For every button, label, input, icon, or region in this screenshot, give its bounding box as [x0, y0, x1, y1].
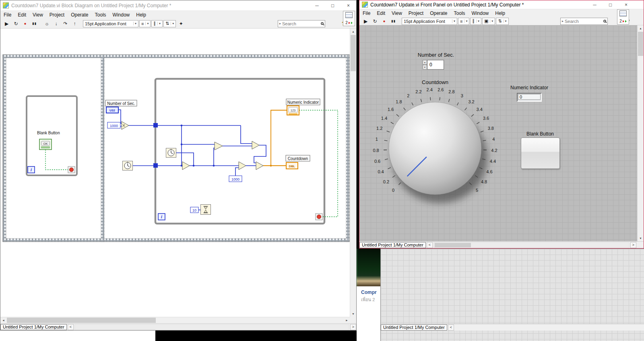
- maximize-button[interactable]: □: [325, 0, 341, 10]
- search-input[interactable]: [565, 19, 602, 24]
- blank-button-label[interactable]: Blank Button: [508, 131, 572, 137]
- menu-tools[interactable]: Tools: [451, 10, 469, 17]
- tab-nav-left-button[interactable]: <: [427, 242, 433, 248]
- numeric-constant-10[interactable]: 10: [190, 207, 198, 213]
- bd-project-tab[interactable]: Untitled Project 1/My Computer: [0, 324, 67, 330]
- menu-project[interactable]: Project: [405, 10, 427, 17]
- background-front-panel-window[interactable]: Untitled Project 1/My Computer <: [380, 249, 644, 341]
- fp-titlebar[interactable]: Countdown7 Update.vi Front Panel on Unti…: [359, 0, 644, 9]
- run-button[interactable]: ▶: [361, 17, 370, 25]
- increment-button[interactable]: ▲: [423, 60, 427, 65]
- step-over-button[interactable]: ↷: [61, 20, 70, 27]
- close-button[interactable]: ×: [618, 0, 634, 9]
- u32-control-terminal[interactable]: U32: [106, 107, 118, 113]
- menu-view[interactable]: View: [29, 11, 46, 18]
- distribute-objects-dropdown[interactable]: ∥▾: [151, 20, 163, 27]
- bd-vscroll-thumb[interactable]: [351, 35, 356, 71]
- bd-titlebar[interactable]: Countdown7 Update.vi Block Diagram on Un…: [0, 0, 356, 11]
- run-button[interactable]: ▶: [2, 20, 11, 27]
- menu-file[interactable]: File: [359, 10, 374, 17]
- bd-tab-scroll-track[interactable]: [74, 324, 349, 330]
- browser-card-image[interactable]: [357, 249, 380, 286]
- wait-ms-node[interactable]: [201, 205, 211, 215]
- menu-operate[interactable]: Operate: [68, 11, 91, 18]
- pause-button[interactable]: ▮▮: [30, 20, 39, 27]
- fp-vertical-scrollbar[interactable]: ▲ ▼: [637, 25, 644, 241]
- tab-nav-left-button[interactable]: <: [68, 324, 74, 330]
- run-continuous-button[interactable]: ↻: [371, 17, 379, 25]
- align-objects-dropdown[interactable]: ≡▾: [139, 20, 151, 27]
- menu-window[interactable]: Window: [109, 11, 133, 18]
- fp-project-tab[interactable]: Untitled Project 1/My Computer: [359, 242, 426, 248]
- search-scope-caret-icon[interactable]: ▸: [562, 19, 564, 23]
- bd-horizontal-scrollbar[interactable]: ◄ ►: [0, 317, 350, 323]
- menu-file[interactable]: File: [0, 11, 14, 18]
- numeric-indicator-label-box[interactable]: Numeric Indicator: [286, 99, 320, 105]
- fp-tab-scroll-track[interactable]: [433, 242, 630, 248]
- numeric-indicator-label[interactable]: Numeric Indicator: [497, 85, 561, 90]
- tab-nav-right-button[interactable]: >: [350, 324, 356, 330]
- browser-card-title[interactable]: Compr: [357, 286, 380, 296]
- knob-sphere[interactable]: [389, 102, 481, 195]
- minimize-button[interactable]: ─: [587, 0, 603, 9]
- scroll-up-icon[interactable]: ▲: [638, 25, 644, 31]
- bd-vi-icon-box[interactable]: 2: [343, 11, 355, 26]
- search-input[interactable]: [282, 21, 320, 26]
- number-of-sec-value[interactable]: 0: [427, 60, 444, 70]
- numeric-indicator-terminal[interactable]: 123: [287, 106, 299, 115]
- run-continuous-button[interactable]: ↻: [12, 20, 20, 27]
- iteration-terminal-2[interactable]: i: [158, 214, 165, 220]
- menu-edit[interactable]: Edit: [14, 11, 29, 18]
- bd-vertical-scrollbar[interactable]: ▲ ▼: [350, 29, 356, 317]
- step-into-button[interactable]: ↓: [52, 20, 60, 27]
- bg-project-tab[interactable]: Untitled Project 1/My Computer: [381, 325, 447, 331]
- reorder-dropdown[interactable]: ⇅▾: [496, 18, 508, 25]
- tick-count-node-outer[interactable]: [123, 161, 133, 170]
- ok-button-terminal[interactable]: OK: [39, 139, 52, 150]
- highlight-execution-button[interactable]: ☼: [43, 20, 51, 27]
- countdown-knob[interactable]: 00.20.40.60.811.21.41.61.822.22.42.62.83…: [371, 84, 500, 213]
- search-icon[interactable]: [603, 20, 606, 23]
- clean-diagram-button[interactable]: ✦: [177, 20, 185, 27]
- loop-condition-terminal-1[interactable]: [68, 166, 75, 173]
- distribute-objects-dropdown[interactable]: ∥▾: [470, 18, 481, 25]
- search-icon[interactable]: [321, 22, 324, 25]
- scroll-left-icon[interactable]: ◄: [0, 317, 6, 323]
- minimize-button[interactable]: ─: [309, 0, 325, 10]
- dbl-indicator-terminal[interactable]: DBL: [286, 162, 298, 169]
- bg-tab-scroll-track[interactable]: [455, 325, 644, 331]
- abort-button[interactable]: ●: [380, 17, 388, 25]
- menu-window[interactable]: Window: [469, 10, 492, 17]
- blank-button[interactable]: [521, 138, 560, 169]
- numeric-constant-1000-b[interactable]: 1000: [229, 176, 242, 182]
- scroll-down-icon[interactable]: ▼: [350, 311, 356, 317]
- menu-help[interactable]: Help: [133, 11, 149, 18]
- numeric-indicator-value[interactable]: 0: [518, 94, 541, 100]
- block-diagram-canvas[interactable]: Blank Button OK i Number of Sec.: [0, 29, 350, 317]
- reorder-dropdown[interactable]: ⇅▾: [163, 20, 176, 27]
- countdown-label-box[interactable]: Countdown: [286, 155, 310, 161]
- menu-help[interactable]: Help: [492, 10, 508, 17]
- pause-button[interactable]: ▮▮: [389, 17, 398, 25]
- close-button[interactable]: ×: [341, 0, 356, 10]
- tick-count-node-inner[interactable]: [166, 148, 176, 158]
- tab-nav-left-button[interactable]: <: [448, 325, 454, 331]
- scroll-down-icon[interactable]: ▼: [638, 235, 644, 241]
- menu-view[interactable]: View: [388, 10, 405, 17]
- decrement-button[interactable]: ▼: [423, 65, 427, 70]
- menu-edit[interactable]: Edit: [374, 10, 388, 17]
- scroll-right-icon[interactable]: ►: [344, 317, 350, 323]
- align-objects-dropdown[interactable]: ≡▾: [458, 18, 469, 25]
- tab-nav-right-button[interactable]: >: [630, 242, 636, 248]
- font-dropdown[interactable]: 15pt Application Font ▾: [83, 20, 138, 27]
- number-of-sec-label[interactable]: Number of Sec.: [404, 52, 468, 58]
- bd-hscroll-thumb[interactable]: [7, 318, 156, 323]
- numeric-constant-1000-a[interactable]: 1000: [107, 122, 120, 128]
- maximize-button[interactable]: □: [603, 0, 618, 9]
- menu-project[interactable]: Project: [46, 11, 68, 18]
- loop-condition-terminal-2[interactable]: [316, 214, 322, 220]
- menu-tools[interactable]: Tools: [92, 11, 109, 18]
- search-scope-caret-icon[interactable]: ▸: [279, 22, 281, 25]
- step-out-button[interactable]: ↑: [70, 20, 79, 27]
- fp-vscroll-thumb[interactable]: [638, 32, 643, 56]
